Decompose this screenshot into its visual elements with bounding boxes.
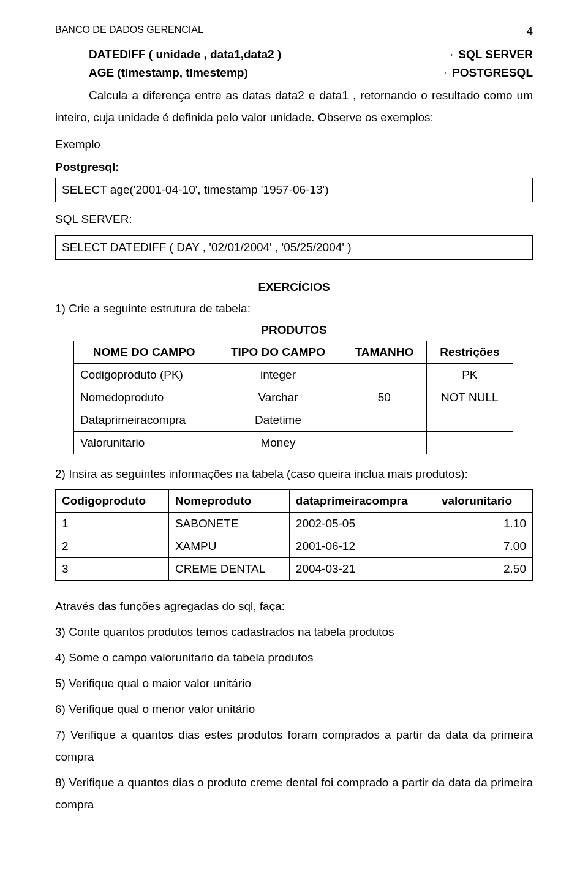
code-sqlserver: SELECT DATEDIFF ( DAY , '02/01/2004' , '… bbox=[55, 235, 533, 260]
table-row: 3 CREME DENTAL 2004-03-21 2.50 bbox=[56, 557, 533, 580]
cell: Codigoproduto (PK) bbox=[74, 364, 214, 386]
cell: Valorunitario bbox=[74, 432, 214, 454]
func-sqlserver: → SQL SERVER bbox=[443, 48, 533, 61]
th-tipo-campo: TIPO DO CAMPO bbox=[214, 341, 342, 364]
table-row: 2 XAMPU 2001-06-12 7.00 bbox=[56, 535, 533, 557]
cell: CREME DENTAL bbox=[168, 557, 289, 580]
cell: integer bbox=[214, 364, 342, 386]
exercise-6: 6) Verifique qual o menor valor unitário bbox=[55, 698, 533, 720]
exercise-4: 4) Some o campo valorunitario da tabela … bbox=[55, 647, 533, 669]
cell: Dataprimeiracompra bbox=[74, 409, 214, 432]
produtos-heading: PRODUTOS bbox=[55, 323, 533, 337]
cell bbox=[427, 409, 513, 432]
th-restricoes: Restrições bbox=[427, 341, 513, 364]
func-postgresql: → POSTGRESQL bbox=[437, 66, 533, 80]
func-datediff: DATEDIFF ( unidade , data1,data2 ) bbox=[89, 48, 281, 61]
cell: SABONETE bbox=[168, 512, 289, 535]
exercise-7: 7) Verifique a quantos dias estes produt… bbox=[55, 724, 533, 768]
cell: 2001-06-12 bbox=[289, 535, 435, 557]
cell: 1.10 bbox=[435, 512, 532, 535]
func-row-2: AGE (timestamp, timestemp) → POSTGRESQL bbox=[89, 66, 533, 80]
cell: 2004-03-21 bbox=[289, 557, 435, 580]
sqlserver-label: SQL SERVER: bbox=[55, 208, 533, 230]
cell: 1 bbox=[56, 512, 169, 535]
exemplo-label: Exemplo bbox=[55, 134, 533, 156]
th-nome-campo: NOME DO CAMPO bbox=[74, 341, 214, 364]
th-dataprimeiracompra: dataprimeiracompra bbox=[289, 489, 435, 512]
exercise-2: 2) Insira as seguintes informações na ta… bbox=[55, 463, 533, 485]
function-defs: DATEDIFF ( unidade , data1,data2 ) → SQL… bbox=[89, 48, 533, 80]
page-header: BANCO DE DADOS GERENCIAL 4 bbox=[55, 24, 533, 36]
cell bbox=[342, 364, 427, 386]
th-codigoproduto: Codigoproduto bbox=[56, 489, 169, 512]
table-row: Valorunitario Money bbox=[74, 432, 513, 454]
cell: 2.50 bbox=[435, 557, 532, 580]
exercicios-heading: EXERCÍCIOS bbox=[55, 281, 533, 294]
exercise-3: 3) Conte quantos produtos temos cadastra… bbox=[55, 621, 533, 643]
table-row: Dataprimeiracompra Datetime bbox=[74, 409, 513, 432]
exercise-8: 8) Verifique a quantos dias o produto cr… bbox=[55, 772, 533, 816]
th-nomeproduto: Nomeproduto bbox=[168, 489, 289, 512]
cell: NOT NULL bbox=[427, 386, 513, 409]
cell: Datetime bbox=[214, 409, 342, 432]
cell: Money bbox=[214, 432, 342, 454]
cell: Varchar bbox=[214, 386, 342, 409]
th-valorunitario: valorunitario bbox=[435, 489, 532, 512]
cell bbox=[427, 432, 513, 454]
cell bbox=[342, 409, 427, 432]
func-row-1: DATEDIFF ( unidade , data1,data2 ) → SQL… bbox=[89, 48, 533, 61]
code-ms-text: SELECT DATEDIFF ( DAY , '02/01/2004' , '… bbox=[62, 241, 352, 254]
code-pg-text: SELECT age('2001-04-10', timestamp '1957… bbox=[62, 183, 329, 196]
page-container: BANCO DE DADOS GERENCIAL 4 DATEDIFF ( un… bbox=[0, 0, 588, 893]
description-paragraph: Calcula a diferença entre as datas data2… bbox=[55, 85, 533, 129]
cell bbox=[342, 432, 427, 454]
cell: 3 bbox=[56, 557, 169, 580]
code-postgresql: SELECT age('2001-04-10', timestamp '1957… bbox=[55, 178, 533, 202]
func-age: AGE (timestamp, timestemp) bbox=[89, 66, 248, 80]
table-row: Codigoproduto (PK) integer PK bbox=[74, 364, 513, 386]
table-row: NOME DO CAMPO TIPO DO CAMPO TAMANHO Rest… bbox=[74, 341, 513, 364]
table-produtos-data: Codigoproduto Nomeproduto dataprimeiraco… bbox=[55, 489, 533, 581]
post-heading: Através das funções agregadas do sql, fa… bbox=[55, 595, 533, 617]
cell: 7.00 bbox=[435, 535, 532, 557]
cell: PK bbox=[427, 364, 513, 386]
table-row: Codigoproduto Nomeproduto dataprimeiraco… bbox=[56, 489, 533, 512]
table-produtos-schema: NOME DO CAMPO TIPO DO CAMPO TAMANHO Rest… bbox=[74, 341, 513, 454]
table-row: Nomedoproduto Varchar 50 NOT NULL bbox=[74, 386, 513, 409]
header-title: BANCO DE DADOS GERENCIAL bbox=[55, 24, 203, 35]
page-number: 4 bbox=[526, 24, 533, 38]
postgresql-label: Postgresql: bbox=[55, 160, 533, 174]
exercise-1: 1) Crie a seguinte estrutura de tabela: bbox=[55, 298, 533, 320]
cell: 50 bbox=[342, 386, 427, 409]
cell: XAMPU bbox=[168, 535, 289, 557]
th-tamanho: TAMANHO bbox=[342, 341, 427, 364]
cell: Nomedoproduto bbox=[74, 386, 214, 409]
table-row: 1 SABONETE 2002-05-05 1.10 bbox=[56, 512, 533, 535]
cell: 2002-05-05 bbox=[289, 512, 435, 535]
exercise-5: 5) Verifique qual o maior valor unitário bbox=[55, 673, 533, 695]
cell: 2 bbox=[56, 535, 169, 557]
